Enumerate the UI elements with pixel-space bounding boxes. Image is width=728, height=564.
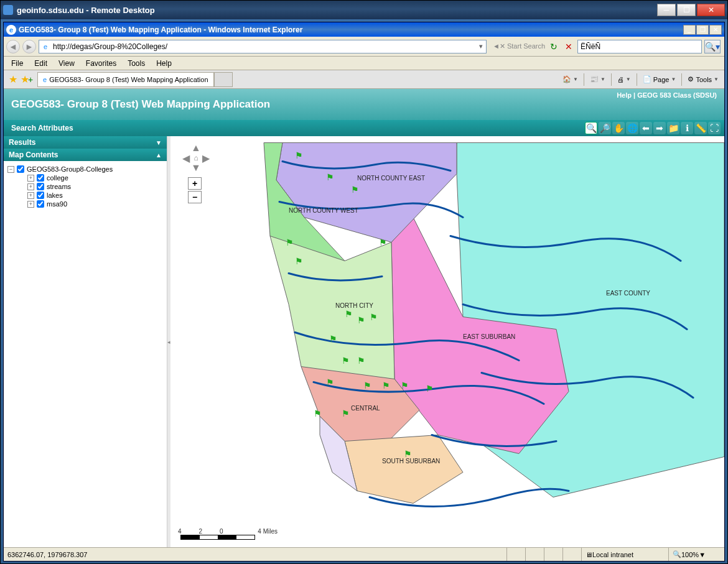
rd-titlebar[interactable]: geoinfo.sdsu.edu - Remote Desktop ─ ☐ ✕ <box>1 1 727 19</box>
ie-restore-button[interactable]: ❐ <box>696 25 709 35</box>
label-central: CENTRAL <box>351 405 380 412</box>
sidebar: Results▼ Map Contents▲ − GEOG583-Group8-… <box>4 136 167 547</box>
svg-text:⚑: ⚑ <box>379 238 387 247</box>
menu-favorites[interactable]: Favorites <box>81 58 121 69</box>
address-dropdown-icon[interactable]: ▾ <box>476 42 486 50</box>
svg-text:⚑: ⚑ <box>357 356 365 366</box>
url-input[interactable] <box>52 42 476 51</box>
ie-close-button[interactable]: ✕ <box>709 25 722 35</box>
rd-maximize-button[interactable]: ☐ <box>677 4 696 16</box>
layer-checkbox[interactable] <box>17 165 24 173</box>
add-favorite-icon[interactable]: ★+ <box>20 73 34 86</box>
menu-view[interactable]: View <box>54 58 80 69</box>
expander-icon[interactable]: + <box>27 183 34 190</box>
new-tab-button[interactable] <box>214 72 233 87</box>
identify-tool[interactable]: 📁 <box>667 122 679 134</box>
rd-app-icon <box>3 5 13 15</box>
menu-file[interactable]: File <box>6 58 28 69</box>
prev-extent-tool[interactable]: ⬅ <box>640 122 652 134</box>
menu-tools[interactable]: Tools <box>123 58 150 69</box>
home-button[interactable]: 🏠▼ <box>559 73 581 86</box>
webapp: GEOG583- Group 8 (Test) Web Mapping Appl… <box>4 89 724 547</box>
search-input[interactable] <box>577 40 702 53</box>
pan-east-button[interactable]: ▶ <box>200 152 212 164</box>
layer-checkbox[interactable] <box>37 200 44 208</box>
scalebar: 4 2 0 4 Miles <box>180 528 278 540</box>
print-button[interactable]: 🖨▼ <box>614 73 634 86</box>
layer-label: lakes <box>47 192 63 199</box>
label-north-city: NORTH CITY <box>335 302 373 309</box>
menu-help[interactable]: Help <box>151 58 177 69</box>
rd-close-button[interactable]: ✕ <box>697 4 725 16</box>
class-link[interactable]: GEOG 583 Class (SDSU) <box>637 91 717 99</box>
expander-icon[interactable]: + <box>27 192 34 199</box>
svg-text:⚑: ⚑ <box>363 381 371 391</box>
page-menu-button[interactable]: 📄Page▼ <box>640 73 679 86</box>
pan-tool[interactable]: ✋ <box>612 122 625 134</box>
svg-text:⚑: ⚑ <box>326 377 334 387</box>
expander-icon[interactable]: + <box>27 201 34 208</box>
search-go-button[interactable]: 🔍▾ <box>704 40 721 53</box>
menu-edit[interactable]: Edit <box>29 58 52 69</box>
measure-tool[interactable]: 📏 <box>694 122 707 134</box>
pan-center-icon[interactable]: ⌂ <box>191 153 201 163</box>
results-panel-header[interactable]: Results▼ <box>4 136 167 149</box>
status-coords: 6362746.07, 1979678.307 <box>4 551 506 558</box>
layer-label: msa90 <box>47 200 67 208</box>
fullscreen-tool[interactable]: ⛶ <box>708 122 721 134</box>
tree-layer-lakes[interactable]: + lakes <box>27 191 163 200</box>
svg-text:⚑: ⚑ <box>329 334 337 344</box>
zoom-out-tool[interactable]: 🔎 <box>599 122 611 134</box>
zoom-out-button[interactable]: − <box>188 191 202 203</box>
ie-tabbar: ★ ★+ e GEOG583- Group 8 (Test) Web Mappi… <box>4 70 724 89</box>
remote-desktop-window: geoinfo.sdsu.edu - Remote Desktop ─ ☐ ✕ … <box>0 0 728 564</box>
rd-minimize-button[interactable]: ─ <box>657 4 676 16</box>
layer-checkbox[interactable] <box>37 192 44 199</box>
zoom-in-tool[interactable]: 🔍 <box>585 122 597 134</box>
ie-minimize-button[interactable]: _ <box>683 25 696 35</box>
help-link[interactable]: Help <box>617 91 632 99</box>
browser-tab[interactable]: e GEOG583- Group 8 (Test) Web Mapping Ap… <box>37 72 214 87</box>
layer-label: streams <box>47 183 71 190</box>
app-header-links: Help | GEOG 583 Class (SDSU) <box>617 91 717 99</box>
svg-text:⚑: ⚑ <box>295 150 303 160</box>
map-canvas[interactable]: NORTH COUNTY EAST NORTH COUNTY WEST NORT… <box>170 136 724 547</box>
info-tool[interactable]: ℹ <box>681 122 693 134</box>
svg-text:⚑: ⚑ <box>314 409 322 418</box>
collapse-icon: ▼ <box>156 139 162 146</box>
tree-layer-streams[interactable]: + streams <box>27 182 163 191</box>
app-toolbar: Search Attributes 🔍 🔎 ✋ 🌐 ⬅ ➡ 📁 ℹ 📏 ⛶ <box>4 120 724 136</box>
ie-titlebar[interactable]: e GEOG583- Group 8 (Test) Web Mapping Ap… <box>4 22 724 37</box>
layer-checkbox[interactable] <box>37 183 44 190</box>
next-extent-tool[interactable]: ➡ <box>653 122 666 134</box>
tree-layer-college[interactable]: + college <box>27 173 163 182</box>
full-extent-tool[interactable]: 🌐 <box>626 122 638 134</box>
feeds-button[interactable]: 📰▼ <box>587 73 609 86</box>
svg-text:⚑: ⚑ <box>404 449 412 459</box>
tree-layer-msa90[interactable]: + msa90 <box>27 200 163 208</box>
tools-menu-button[interactable]: ⚙Tools▼ <box>684 73 722 86</box>
label-east-suburban: EAST SUBURBAN <box>463 333 515 340</box>
ie-logo-icon: e <box>6 25 16 35</box>
forward-button[interactable]: ► <box>22 40 36 53</box>
favorites-star-icon[interactable]: ★ <box>6 73 20 86</box>
pan-west-button[interactable]: ◀ <box>180 152 192 164</box>
label-nc-east: NORTH COUNTY EAST <box>357 175 425 182</box>
contents-panel-header[interactable]: Map Contents▲ <box>4 149 167 161</box>
svg-text:⚑: ⚑ <box>286 238 294 247</box>
pan-south-button[interactable]: ▼ <box>190 162 202 173</box>
layer-label: GEOG583-Group8-Colleges <box>27 165 113 173</box>
address-bar[interactable]: e ▾ <box>39 40 487 53</box>
status-zoom[interactable]: 🔍 100% ▼ <box>668 548 724 561</box>
map-pan-control: ▲ ▼ ▶ ◀ ⌂ + − <box>180 142 212 205</box>
refresh-button[interactable]: ↻ <box>548 40 560 53</box>
svg-text:⚑: ⚑ <box>401 381 409 391</box>
expander-icon[interactable]: − <box>7 166 14 173</box>
layer-checkbox[interactable] <box>37 174 44 182</box>
back-button[interactable]: ◄ <box>6 40 20 53</box>
expander-icon[interactable]: + <box>27 175 34 182</box>
zoom-in-button[interactable]: + <box>188 177 202 190</box>
stop-button[interactable]: ✕ <box>562 40 575 53</box>
tree-root[interactable]: − GEOG583-Group8-Colleges <box>7 165 163 173</box>
search-attributes-label[interactable]: Search Attributes <box>4 124 81 132</box>
